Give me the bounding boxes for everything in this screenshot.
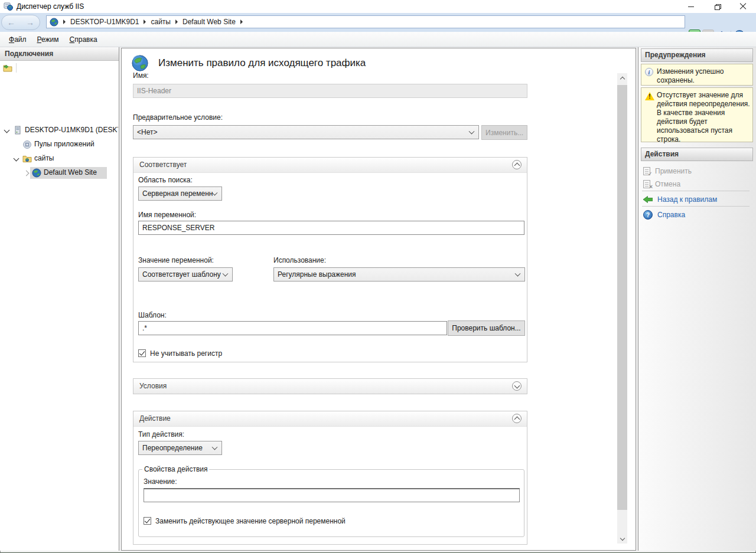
- alert-warning: ! Отсутствует значение для действия пере…: [641, 87, 753, 142]
- expand-button[interactable]: [512, 381, 522, 391]
- edit-button[interactable]: Изменить...: [481, 125, 527, 140]
- warning-icon: !: [645, 92, 654, 100]
- breadcrumb[interactable]: DESKTOP-U1MK9D1 сайты Default Web Site: [46, 15, 685, 28]
- collapse-button[interactable]: [512, 160, 522, 169]
- alert-text: Изменения успешно сохранены.: [657, 67, 750, 85]
- menu-bar: Файл Режим Справка: [0, 32, 756, 47]
- menu-view[interactable]: Режим: [32, 32, 64, 47]
- ignore-case-label: Не учитывать регистр: [150, 349, 222, 358]
- chevron-down-icon: [620, 535, 624, 540]
- window-title: Диспетчер служб IIS: [17, 0, 84, 13]
- navigation-cloud: ← →: [1, 15, 40, 30]
- section-title: Действие: [139, 414, 171, 423]
- variable-value-value: Соответствует шаблону: [142, 270, 221, 279]
- tree-expander-icon[interactable]: [24, 171, 30, 176]
- section-action-header[interactable]: Действие: [133, 411, 527, 427]
- variable-value-label: Значение переменной:: [138, 256, 214, 264]
- section-match-header[interactable]: Соответствует: [133, 158, 527, 173]
- minimize-button[interactable]: [678, 0, 704, 13]
- chevron-down-icon: [515, 271, 521, 277]
- tree-expander-icon[interactable]: [14, 156, 19, 162]
- scope-select[interactable]: Серверная переменн: [138, 186, 222, 201]
- create-connection-icon[interactable]: [3, 63, 12, 73]
- tree-item-label: сайты: [34, 154, 54, 162]
- collapse-button[interactable]: [512, 414, 522, 423]
- help-link[interactable]: ? Справка: [643, 209, 752, 221]
- chevron-down-icon: [469, 129, 475, 135]
- scrollbar-thumb[interactable]: [617, 85, 627, 510]
- cancel-label: Отмена: [655, 180, 680, 188]
- breadcrumb-separator-icon: [240, 19, 243, 24]
- section-title: Условия: [139, 382, 167, 390]
- info-icon: i: [645, 68, 653, 76]
- tree-item-app-pools[interactable]: Пулы приложений: [0, 138, 119, 151]
- name-input: [133, 84, 527, 98]
- close-icon: [739, 3, 747, 10]
- back-to-rules-link[interactable]: Назад к правилам: [643, 194, 752, 205]
- cancel-icon: ×: [643, 180, 650, 188]
- action-properties-group: Свойства действия Значение: Заменить дей…: [138, 465, 524, 537]
- using-value: Регулярные выражения: [278, 270, 356, 279]
- variable-value-select[interactable]: Соответствует шаблону: [138, 267, 233, 282]
- menu-file[interactable]: Файл: [4, 32, 32, 47]
- breadcrumb-item[interactable]: сайты: [151, 18, 171, 26]
- section-conditions-header[interactable]: Условия: [133, 379, 527, 394]
- pattern-input[interactable]: [138, 321, 447, 335]
- chevron-down-icon: [223, 271, 229, 277]
- tree-item-server[interactable]: DESKTOP-U1MK9D1 (DESKTO: [0, 124, 119, 137]
- rule-globe-icon: [131, 54, 149, 72]
- chevron-up-icon: [514, 163, 520, 169]
- chevron-down-icon: [514, 382, 520, 388]
- ignore-case-checkbox[interactable]: [138, 349, 146, 357]
- test-pattern-button[interactable]: Проверить шаблон...: [448, 320, 525, 336]
- scroll-down-button[interactable]: [617, 534, 627, 544]
- menu-help[interactable]: Справка: [64, 32, 103, 47]
- tree-item-default-web-site[interactable]: Default Web Site: [0, 166, 119, 179]
- breadcrumb-separator-icon: [63, 19, 66, 24]
- value-input[interactable]: [144, 488, 520, 502]
- pattern-label: Шаблон:: [138, 311, 167, 319]
- action-type-select[interactable]: Переопределение: [138, 441, 222, 455]
- toolbar-divider: [16, 63, 17, 73]
- help-icon: ?: [643, 210, 653, 220]
- back-to-rules-label: Назад к правилам: [657, 195, 717, 204]
- section-title: Соответствует: [139, 161, 187, 169]
- apply-action: ✓ Применить: [643, 165, 752, 177]
- site-globe-icon: [32, 168, 41, 178]
- precondition-select[interactable]: <Нет>: [133, 125, 479, 139]
- back-icon[interactable]: ←: [7, 18, 15, 27]
- section-match: Соответствует Область поиска: Серверная …: [133, 157, 527, 362]
- action-properties-title: Свойства действия: [142, 465, 209, 473]
- section-conditions: Условия: [133, 378, 527, 394]
- forward-icon[interactable]: →: [26, 18, 34, 27]
- breadcrumb-separator-icon: [144, 19, 146, 24]
- connections-panel: Подключения DESKTOP-U1MK9D1 (DESKTO: [0, 47, 119, 551]
- tree-item-sites[interactable]: сайты: [0, 152, 119, 165]
- cancel-action: × Отмена: [643, 178, 752, 190]
- using-select[interactable]: Регулярные выражения: [273, 267, 525, 282]
- scroll-up-button[interactable]: [617, 73, 627, 83]
- minimize-icon: [688, 6, 694, 7]
- breadcrumb-item[interactable]: DESKTOP-U1MK9D1: [70, 18, 139, 26]
- precondition-value: <Нет>: [137, 128, 157, 136]
- replace-checkbox[interactable]: [144, 517, 151, 525]
- action-type-label: Тип действия:: [138, 430, 184, 439]
- folder-icon: [22, 154, 32, 163]
- check-icon: [139, 349, 145, 355]
- close-button[interactable]: [730, 0, 756, 13]
- vertical-scrollbar[interactable]: [617, 73, 627, 544]
- restore-button[interactable]: [704, 0, 730, 13]
- page-title: Изменить правило для исходящего трафика: [158, 57, 366, 69]
- connections-toolbar: [0, 61, 119, 75]
- name-label: Имя:: [133, 71, 149, 80]
- using-label: Использование:: [273, 256, 326, 264]
- variable-name-input[interactable]: [138, 221, 524, 235]
- actions-divider: [642, 206, 750, 207]
- tree-expander-icon[interactable]: [4, 127, 10, 133]
- tree-item-label: Default Web Site: [44, 168, 97, 176]
- app-pools-icon: [22, 140, 32, 149]
- actions-header: Действия: [641, 148, 753, 161]
- section-action: Действие Тип действия: Переопределение С…: [133, 411, 527, 545]
- title-bar: Диспетчер служб IIS: [0, 0, 756, 13]
- breadcrumb-item[interactable]: Default Web Site: [183, 18, 236, 26]
